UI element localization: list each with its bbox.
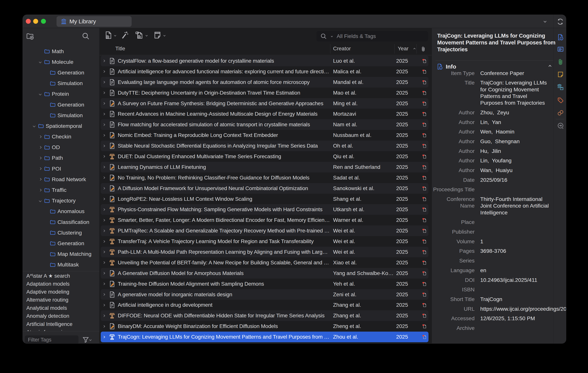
expand-chevron-icon[interactable] bbox=[103, 103, 106, 104]
tag-item[interactable]: A^\star A ★ search bbox=[23, 272, 99, 280]
table-row[interactable]: DUET: Dual Clustering Enhanced Multivari… bbox=[101, 151, 429, 162]
collection-item[interactable]: Map Matching bbox=[23, 249, 99, 259]
minimize-button[interactable] bbox=[33, 19, 38, 24]
expand-chevron-icon[interactable] bbox=[38, 189, 43, 191]
expand-chevron-icon[interactable] bbox=[38, 136, 43, 138]
table-row[interactable]: Smarter, Better, Faster, Longer: A Moder… bbox=[101, 215, 429, 225]
table-row[interactable]: Physics-Constrained Flow Matching: Sampl… bbox=[101, 204, 429, 215]
attachment-column-paperclip-icon[interactable] bbox=[420, 46, 427, 52]
expand-chevron-icon[interactable] bbox=[103, 177, 106, 178]
table-row[interactable]: Recent Advances in Machine Learning-Assi… bbox=[101, 109, 429, 119]
column-header-creator[interactable]: Creator bbox=[333, 45, 351, 52]
expand-chevron-icon[interactable] bbox=[38, 200, 43, 202]
add-by-identifier-wand-icon[interactable] bbox=[120, 31, 129, 40]
expand-chevron-icon[interactable] bbox=[103, 81, 106, 83]
field-value[interactable] bbox=[480, 227, 554, 230]
expand-chevron-icon[interactable] bbox=[103, 262, 106, 263]
new-attachment-chevron-icon[interactable] bbox=[146, 34, 147, 36]
tag-item[interactable]: Analytical models bbox=[23, 304, 99, 312]
tags-icon[interactable] bbox=[557, 97, 564, 104]
attachments-paperclip-icon[interactable] bbox=[557, 59, 564, 66]
expand-chevron-icon[interactable] bbox=[103, 241, 106, 242]
collection-item[interactable]: Classification bbox=[23, 217, 99, 227]
filter-funnel-icon[interactable] bbox=[82, 336, 90, 344]
expand-chevron-icon[interactable] bbox=[103, 283, 106, 285]
column-header-year[interactable]: Year bbox=[398, 45, 409, 52]
tag-item[interactable]: Anomaly detection bbox=[23, 312, 99, 320]
tag-item[interactable]: Alternative routing bbox=[23, 296, 99, 304]
field-value[interactable]: 3698-3706 bbox=[480, 246, 554, 256]
new-item-chevron-icon[interactable] bbox=[114, 34, 116, 36]
expand-chevron-icon[interactable] bbox=[103, 315, 106, 317]
locate-icon[interactable] bbox=[557, 122, 564, 130]
collection-item[interactable]: Trajectory bbox=[23, 196, 99, 206]
tag-item[interactable]: Artificial Intelligence bbox=[23, 320, 99, 328]
collapse-section-chevron-icon[interactable] bbox=[549, 65, 551, 67]
expand-chevron-icon[interactable] bbox=[103, 113, 106, 115]
collection-item[interactable]: Generation bbox=[23, 99, 99, 110]
expand-chevron-icon[interactable] bbox=[103, 304, 106, 306]
table-row[interactable]: A Diffusion Model Framework for Unsuperv… bbox=[101, 183, 429, 194]
table-row[interactable]: Nomic Embed: Training a Reproducible Lon… bbox=[101, 130, 429, 141]
field-value[interactable] bbox=[480, 285, 554, 288]
expand-chevron-icon[interactable] bbox=[38, 157, 43, 159]
expand-chevron-icon[interactable] bbox=[38, 178, 43, 180]
expand-chevron-icon[interactable] bbox=[38, 168, 43, 170]
table-row[interactable]: Stable Neural Stochastic Differential Eq… bbox=[101, 141, 429, 151]
field-value[interactable]: TrajCogn: Leveraging LLMs for Cognizing … bbox=[480, 78, 554, 108]
new-note-icon[interactable] bbox=[153, 31, 162, 40]
expand-chevron-icon[interactable] bbox=[103, 294, 106, 295]
search-options-chevron-icon[interactable] bbox=[331, 35, 333, 37]
expand-chevron-icon[interactable] bbox=[103, 92, 106, 94]
tag-item[interactable]: Adaptive modeling bbox=[23, 288, 99, 296]
close-button[interactable] bbox=[26, 19, 31, 24]
expand-chevron-icon[interactable] bbox=[103, 272, 106, 274]
expand-chevron-icon[interactable] bbox=[103, 219, 106, 221]
expand-chevron-icon[interactable] bbox=[38, 61, 43, 63]
expand-chevron-icon[interactable] bbox=[103, 198, 106, 200]
collection-item[interactable]: Anomalous bbox=[23, 206, 99, 217]
table-row[interactable]: TransferTraj: A Vehicle Trajectory Learn… bbox=[101, 236, 429, 247]
info-icon[interactable] bbox=[557, 34, 564, 41]
expand-chevron-icon[interactable] bbox=[103, 124, 106, 126]
field-value[interactable]: Zhou, Zeyu bbox=[480, 108, 554, 117]
field-value[interactable]: en bbox=[480, 265, 554, 275]
abstract-icon[interactable] bbox=[557, 46, 564, 53]
field-value[interactable]: Thirty-Fourth International Joint Confer… bbox=[480, 194, 554, 217]
filter-options-chevron-icon[interactable] bbox=[90, 339, 91, 340]
sync-icon[interactable] bbox=[556, 18, 564, 26]
column-divider[interactable] bbox=[330, 44, 330, 54]
table-row[interactable]: CrystalFlow: a flow-based generative mod… bbox=[101, 56, 429, 66]
field-value[interactable]: Lin, Youfang bbox=[480, 156, 554, 166]
collection-item[interactable]: OD bbox=[23, 142, 99, 153]
expand-chevron-icon[interactable] bbox=[103, 145, 106, 147]
column-header-title[interactable]: Title bbox=[115, 45, 125, 52]
table-row[interactable]: No Training, No Problem: Rethinking Clas… bbox=[101, 173, 429, 183]
add-collection-icon[interactable] bbox=[26, 32, 34, 40]
table-row[interactable]: Learning Dynamics of LLM Finetuning Ren … bbox=[101, 162, 429, 173]
expand-chevron-icon[interactable] bbox=[38, 93, 43, 95]
notes-icon[interactable] bbox=[557, 71, 564, 78]
expand-chevron-icon[interactable] bbox=[103, 187, 106, 189]
new-note-chevron-icon[interactable] bbox=[164, 34, 165, 36]
collapse-item-pane-chevron-icon[interactable] bbox=[544, 20, 546, 22]
table-row[interactable]: Unveiling the Potential of BERT-family: … bbox=[101, 257, 429, 268]
expand-chevron-icon[interactable] bbox=[103, 166, 106, 168]
table-row[interactable]: PLMTrajRec: A Scalable and Generalizable… bbox=[101, 225, 429, 236]
collection-item[interactable]: Generation bbox=[23, 67, 99, 78]
related-icon[interactable] bbox=[557, 110, 564, 116]
field-value[interactable] bbox=[480, 218, 554, 220]
table-row[interactable]: TrajCogn: Leveraging LLMs for Cognizing … bbox=[101, 332, 429, 342]
new-attachment-icon[interactable] bbox=[135, 31, 144, 40]
field-value[interactable]: Conference Paper bbox=[480, 68, 554, 78]
collection-item[interactable]: Multitask bbox=[23, 259, 99, 270]
collection-item[interactable]: Road Network bbox=[23, 174, 99, 185]
table-row[interactable]: DIFFODE: Neural ODE with Differentiable … bbox=[101, 310, 429, 321]
collection-item[interactable]: Traffic bbox=[23, 185, 99, 195]
field-value[interactable]: 12/6/2025, 1:15:50 PM bbox=[480, 314, 554, 323]
field-value[interactable]: 1 bbox=[480, 237, 554, 246]
collection-item[interactable]: Path bbox=[23, 153, 99, 163]
expand-chevron-icon[interactable] bbox=[103, 336, 106, 338]
expand-chevron-icon[interactable] bbox=[32, 125, 37, 127]
collection-item[interactable]: Molecule bbox=[23, 57, 99, 67]
